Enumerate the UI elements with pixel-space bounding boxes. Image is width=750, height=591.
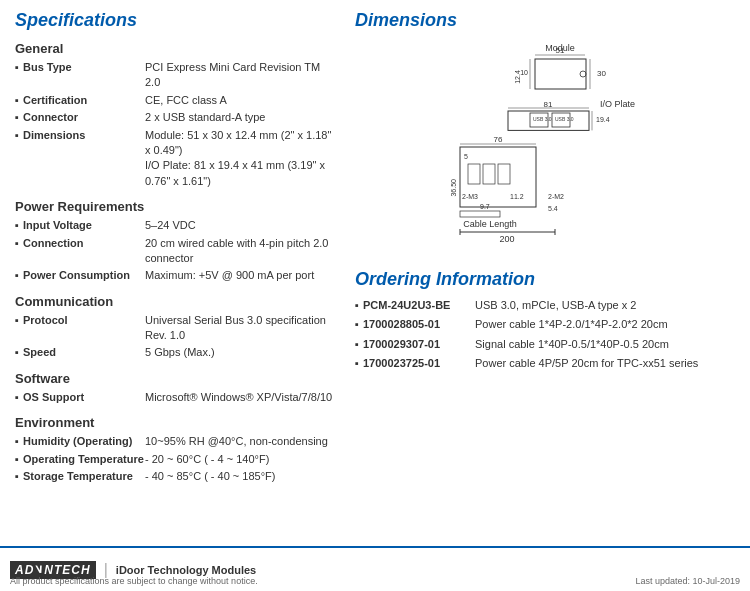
spec-value: 5 Gbps (Max.) [145,345,335,360]
dimensions-title: Dimensions [355,10,735,31]
svg-point-3 [580,71,586,77]
spec-value: 5–24 VDC [145,218,335,233]
footer-date: Last updated: 10-Jul-2019 [635,576,740,586]
svg-text:5.4: 5.4 [548,205,558,212]
svg-text:I/O Plate: I/O Plate [600,99,635,109]
right-column: Dimensions Module 51 12.4 10 [355,10,735,492]
left-column: Specifications General Bus Type PCI Expr… [15,10,335,492]
communication-title: Communication [15,294,335,309]
svg-text:USB 3.0: USB 3.0 [555,116,574,122]
ordering-row: 1700029307-01 Signal cable 1*40P-0.5/1*4… [355,337,735,352]
svg-text:9.7: 9.7 [480,203,490,210]
ordering-label: 1700028805-01 [355,317,475,332]
general-title: General [15,41,335,56]
spec-value: Module: 51 x 30 x 12.4 mm (2" x 1.18" x … [145,128,335,190]
svg-text:2-M2: 2-M2 [548,193,564,200]
software-group: Software OS Support Microsoft® Windows® … [15,371,335,405]
specifications-title: Specifications [15,10,335,31]
power-title: Power Requirements [15,199,335,214]
spec-row: Dimensions Module: 51 x 30 x 12.4 mm (2"… [15,128,335,190]
svg-text:51: 51 [556,46,565,55]
ordering-row: PCM-24U2U3-BE USB 3.0, mPCIe, USB-A type… [355,298,735,313]
spec-row: Humidity (Operating) 10~95% RH @40°C, no… [15,434,335,449]
svg-text:2-M3: 2-M3 [462,193,478,200]
spec-label-power-consumption: Power Consumption [15,268,145,283]
general-group: General Bus Type PCI Express Mini Card R… [15,41,335,189]
ordering-label: 1700029307-01 [355,337,475,352]
spec-label: Bus Type [15,60,145,91]
svg-rect-26 [498,164,510,184]
ordering-value: Power cable 1*4P-2.0/1*4P-2.0*2 20cm [475,317,735,332]
spec-row: Certification CE, FCC class A [15,93,335,108]
footer-tagline: iDoor Technology Modules [116,564,256,576]
spec-label: Certification [15,93,145,108]
ordering-row: 1700023725-01 Power cable 4P/5P 20cm for… [355,356,735,371]
spec-value: Universal Serial Bus 3.0 specification R… [145,313,335,344]
software-title: Software [15,371,335,386]
spec-row: Input Voltage 5–24 VDC [15,218,335,233]
svg-text:11.2: 11.2 [510,193,524,200]
spec-label: OS Support [15,390,145,405]
svg-text:USB 3.0: USB 3.0 [533,116,552,122]
environment-group: Environment Humidity (Operating) 10~95% … [15,415,335,484]
spec-label: Input Voltage [15,218,145,233]
spec-label: Humidity (Operating) [15,434,145,449]
ordering-row: 1700028805-01 Power cable 1*4P-2.0/1*4P-… [355,317,735,332]
svg-text:10: 10 [520,69,528,76]
svg-rect-32 [460,211,500,217]
svg-text:5: 5 [464,153,468,160]
ordering-section: Ordering Information PCM-24U2U3-BE USB 3… [355,269,735,372]
ordering-value: USB 3.0, mPCIe, USB-A type x 2 [475,298,735,313]
dimensions-section: Dimensions Module 51 12.4 10 [355,10,735,249]
spec-row: Operating Temperature - 20 ~ 60°C ( - 4 … [15,452,335,467]
ordering-value: Power cable 4P/5P 20cm for TPC-xx51 seri… [475,356,735,371]
spec-value: - 40 ~ 85°C ( - 40 ~ 185°F) [145,469,335,484]
ordering-label: PCM-24U2U3-BE [355,298,475,313]
spec-row: Connection 20 cm wired cable with 4-pin … [15,236,335,267]
main-content: Specifications General Bus Type PCI Expr… [0,0,750,502]
footer: AD∧NTECH | iDoor Technology Modules All … [0,546,750,591]
spec-row: Power Consumption Maximum: +5V @ 900 mA … [15,268,335,283]
spec-value: Maximum: +5V @ 900 mA per port [145,268,335,283]
ordering-label: 1700023725-01 [355,356,475,371]
footer-notice: All product specifications are subject t… [10,576,258,586]
spec-label: Speed [15,345,145,360]
spec-row: Protocol Universal Serial Bus 3.0 specif… [15,313,335,344]
spec-value: CE, FCC class A [145,93,335,108]
spec-label: Protocol [15,313,145,344]
svg-text:30: 30 [597,69,606,78]
communication-group: Communication Protocol Universal Serial … [15,294,335,361]
spec-label: Operating Temperature [15,452,145,467]
svg-rect-25 [483,164,495,184]
spec-label: Connection [15,236,145,267]
spec-value: PCI Express Mini Card Revision TM 2.0 [145,60,335,91]
spec-row: Connector 2 x USB standard-A type [15,110,335,125]
svg-text:19.4: 19.4 [596,116,610,123]
ordering-value: Signal cable 1*40P-0.5/1*40P-0.5 20cm [475,337,735,352]
spec-value: Microsoft® Windows® XP/Vista/7/8/10 [145,390,335,405]
svg-text:76: 76 [494,135,503,144]
spec-label: Dimensions [15,128,145,190]
dimensions-diagram: Module 51 12.4 10 30 [400,39,690,249]
spec-value: 2 x USB standard-A type [145,110,335,125]
spec-value: 10~95% RH @40°C, non-condensing [145,434,335,449]
environment-title: Environment [15,415,335,430]
svg-rect-24 [468,164,480,184]
svg-rect-2 [535,59,586,89]
ordering-title: Ordering Information [355,269,735,290]
spec-row: Storage Temperature - 40 ~ 85°C ( - 40 ~… [15,469,335,484]
svg-text:200: 200 [499,234,514,244]
svg-text:36.50: 36.50 [450,179,457,197]
spec-value: 20 cm wired cable with 4-pin pitch 2.0 c… [145,236,335,267]
dimensions-svg: Module 51 12.4 10 30 [400,39,690,249]
power-group: Power Requirements Input Voltage 5–24 VD… [15,199,335,284]
spec-row: Speed 5 Gbps (Max.) [15,345,335,360]
svg-text:Cable Length: Cable Length [463,219,517,229]
spec-row: Bus Type PCI Express Mini Card Revision … [15,60,335,91]
svg-text:81: 81 [544,100,553,109]
spec-label: Storage Temperature [15,469,145,484]
spec-row: OS Support Microsoft® Windows® XP/Vista/… [15,390,335,405]
spec-label-connector: Connector [15,110,145,125]
spec-value: - 20 ~ 60°C ( - 4 ~ 140°F) [145,452,335,467]
